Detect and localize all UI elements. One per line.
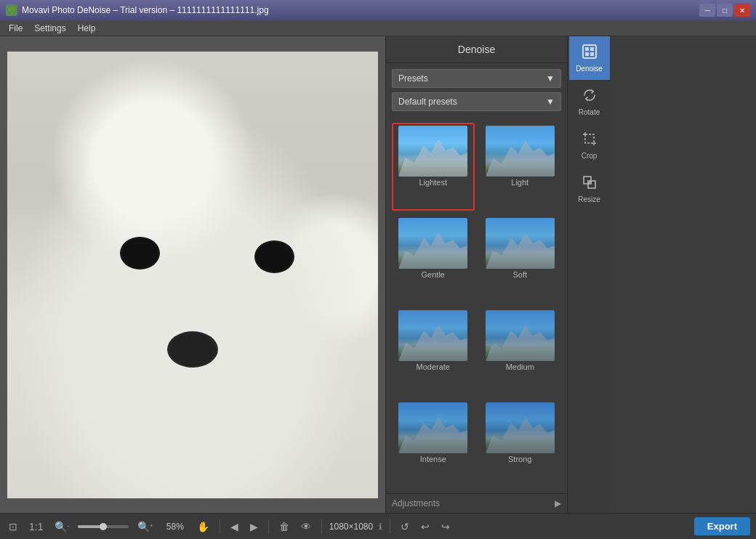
adjustments-arrow-icon: ▶	[555, 498, 561, 508]
presets-dropdown[interactable]: Presets ▼	[392, 69, 561, 88]
preset-label-lightest: Lightest	[419, 178, 447, 187]
zoom-slider[interactable]	[78, 525, 129, 528]
dog-eye-left	[120, 237, 160, 270]
adjustments-section[interactable]: Adjustments ▶	[386, 493, 567, 513]
delete-button[interactable]: 🗑	[276, 519, 292, 534]
preset-strong[interactable]: Strong	[479, 400, 562, 487]
preset-grid: Lightest Light	[386, 117, 567, 493]
menu-bar: File Settings Help	[0, 20, 756, 36]
svg-rect-9	[583, 45, 596, 58]
window-controls: ─ □ ✕	[699, 4, 750, 17]
info-icon[interactable]: ℹ	[379, 522, 382, 532]
crop-label: Crop	[582, 152, 598, 160]
panel-title: Denoise	[386, 36, 567, 63]
svg-marker-4	[486, 232, 555, 269]
zoom-slider-fill	[78, 525, 101, 528]
title-bar: 🌿 Movavi Photo DeNoise – Trial version –…	[0, 0, 756, 20]
redo-button[interactable]: ↪	[438, 519, 453, 534]
default-presets-dropdown[interactable]: Default presets ▼	[392, 92, 561, 111]
svg-marker-6	[486, 325, 555, 361]
menu-settings[interactable]: Settings	[28, 22, 71, 35]
resize-label: Resize	[578, 195, 600, 203]
preset-lightest[interactable]: Lightest	[392, 123, 475, 211]
next-button[interactable]: ▶	[247, 519, 261, 534]
svg-marker-0	[398, 140, 467, 177]
preset-gentle[interactable]: Gentle	[392, 215, 475, 303]
hand-icon: ✋	[197, 521, 209, 532]
dog-nose	[167, 331, 218, 368]
refresh-icon: ↺	[401, 521, 409, 532]
minimize-button[interactable]: ─	[699, 4, 715, 17]
hand-tool-button[interactable]: ✋	[194, 519, 212, 534]
menu-help[interactable]: Help	[72, 22, 102, 35]
preset-thumb-gentle	[398, 218, 467, 269]
export-button[interactable]: Export	[694, 517, 750, 535]
main-content: Denoise Presets ▼ Default presets ▼	[0, 36, 756, 513]
refresh-button[interactable]: ↺	[398, 519, 412, 534]
zoom-11-button[interactable]: 1:1	[26, 519, 46, 534]
menu-file[interactable]: File	[3, 22, 28, 35]
preset-medium[interactable]: Medium	[479, 307, 562, 395]
preset-label-soft: Soft	[512, 270, 527, 279]
default-presets-arrow: ▼	[546, 97, 555, 107]
zoom-out-icon: 🔍-	[55, 521, 69, 532]
preset-thumb-medium	[486, 310, 555, 361]
app-icon: 🌿	[6, 4, 17, 16]
image-area	[0, 36, 385, 513]
preset-moderate[interactable]: Moderate	[392, 307, 475, 395]
denoise-panel: Denoise Presets ▼ Default presets ▼	[385, 36, 567, 513]
tool-panel: Denoise Rotate	[567, 36, 611, 513]
undo-icon: ↩	[421, 521, 430, 532]
tool-crop-button[interactable]: Crop	[569, 123, 610, 167]
preset-label-strong: Strong	[508, 455, 531, 463]
trash-icon: 🗑	[279, 521, 289, 532]
maximize-button[interactable]: □	[717, 4, 733, 17]
photo-canvas	[7, 52, 378, 498]
status-bar: ⊡ 1:1 🔍- 🔍+ 58% ✋ ◀ ▶ 🗑 👁 1080×1080 ℹ ↺ …	[0, 513, 756, 539]
undo-button[interactable]: ↩	[418, 519, 433, 534]
preset-label-intense: Intense	[420, 455, 446, 463]
svg-marker-2	[486, 140, 555, 177]
preview-button[interactable]: 👁	[298, 519, 314, 534]
zoom-11-label: 1:1	[29, 521, 43, 532]
denoise-icon	[582, 44, 598, 62]
preset-label-moderate: Moderate	[417, 362, 450, 371]
zoom-slider-thumb	[100, 523, 107, 530]
fit-icon: ⊡	[9, 521, 17, 532]
rotate-icon	[582, 87, 598, 105]
adjustments-label: Adjustments	[392, 498, 440, 508]
presets-dropdown-arrow: ▼	[546, 73, 555, 84]
tool-rotate-button[interactable]: Rotate	[569, 80, 610, 123]
fit-button[interactable]: ⊡	[6, 519, 20, 534]
preset-soft[interactable]: Soft	[479, 215, 562, 303]
close-button[interactable]: ✕	[734, 4, 750, 17]
window-title: Movavi Photo DeNoise – Trial version – 1…	[22, 5, 699, 15]
prev-button[interactable]: ◀	[228, 519, 241, 534]
svg-rect-12	[585, 52, 589, 56]
svg-marker-5	[398, 325, 467, 361]
default-presets-label: Default presets	[398, 97, 457, 107]
preset-thumb-intense	[398, 402, 467, 453]
denoise-label: Denoise	[576, 65, 603, 73]
preset-thumb-strong	[486, 402, 555, 453]
zoom-out-button[interactable]: 🔍-	[52, 519, 72, 534]
svg-rect-10	[585, 47, 589, 51]
svg-rect-13	[590, 52, 594, 56]
crop-icon	[582, 131, 598, 149]
svg-marker-7	[398, 417, 467, 453]
tool-denoise-button[interactable]: Denoise	[569, 36, 610, 80]
redo-icon: ↪	[441, 521, 450, 532]
svg-marker-8	[486, 417, 555, 453]
svg-rect-11	[590, 47, 594, 51]
preset-intense[interactable]: Intense	[392, 400, 475, 487]
svg-marker-3	[398, 232, 467, 269]
tool-resize-button[interactable]: Resize	[569, 167, 610, 211]
preset-light[interactable]: Light	[479, 123, 562, 211]
zoom-in-button[interactable]: 🔍+	[134, 519, 156, 534]
status-divider-3	[321, 519, 322, 534]
zoom-in-icon: 🔍+	[137, 521, 153, 532]
preset-thumb-light	[486, 126, 555, 177]
dog-eye-right	[254, 240, 294, 273]
preset-label-medium: Medium	[506, 362, 534, 371]
preset-thumb-soft	[486, 218, 555, 269]
